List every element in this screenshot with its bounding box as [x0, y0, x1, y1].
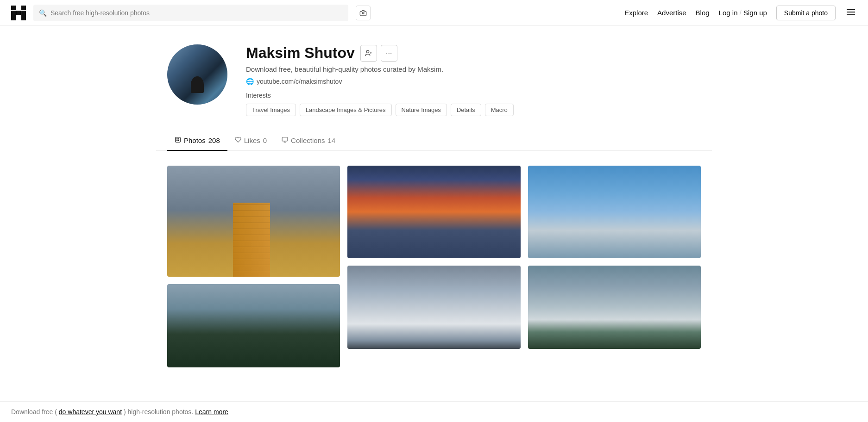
signup-link[interactable]: Sign up [743, 9, 767, 17]
navbar: 🔍 Explore Advertise Blog Log in / Sign u… [0, 0, 868, 26]
globe-icon: 🌐 [246, 78, 254, 85]
profile-url: 🌐 youtube.com/c/maksimshutov [246, 78, 701, 85]
profile-section: Maksim Shutov ··· Download free, beautif… [156, 44, 712, 116]
photo-card-sky[interactable] [528, 166, 701, 258]
profile-info: Maksim Shutov ··· Download free, beautif… [246, 44, 701, 116]
photo-card-clouds[interactable] [347, 266, 520, 349]
grid-col-1 [167, 166, 340, 367]
svg-point-9 [366, 50, 369, 53]
blog-link[interactable]: Blog [696, 9, 710, 17]
advertise-link[interactable]: Advertise [657, 9, 686, 17]
photo-card-misty[interactable] [528, 266, 701, 349]
profile-actions: ··· [360, 45, 397, 62]
photos-tab-label: Photos [184, 137, 206, 144]
photos-tab-count: 208 [208, 137, 220, 144]
photo-card-building[interactable] [167, 166, 340, 277]
svg-rect-15 [176, 140, 177, 141]
svg-rect-17 [282, 137, 288, 141]
interest-tag-landscape[interactable]: Landscape Images & Pictures [300, 104, 392, 116]
search-input[interactable] [50, 9, 343, 17]
grid-col-2 [347, 166, 520, 349]
unsplash-logo[interactable] [11, 6, 26, 20]
profile-name: Maksim Shutov [246, 44, 355, 62]
grid-col-3 [528, 166, 701, 349]
photos-tab-icon [175, 137, 181, 144]
svg-rect-8 [847, 14, 855, 15]
tab-photos[interactable]: Photos 208 [167, 131, 227, 151]
svg-rect-4 [21, 11, 26, 20]
profile-name-row: Maksim Shutov ··· [246, 44, 701, 62]
photo-card-forest[interactable] [167, 284, 340, 367]
avatar-image [167, 44, 227, 105]
login-link[interactable]: Log in [719, 9, 738, 17]
auth-section: Log in / Sign up [719, 9, 767, 17]
collections-tab-icon [282, 137, 288, 144]
likes-tab-icon [235, 137, 241, 144]
search-icon: 🔍 [39, 9, 47, 17]
ellipsis-icon: ··· [386, 49, 392, 57]
svg-rect-6 [847, 9, 855, 10]
svg-rect-3 [11, 11, 16, 20]
svg-rect-16 [178, 140, 179, 141]
likes-tab-label: Likes [244, 137, 260, 144]
svg-rect-14 [178, 138, 179, 139]
collections-tab-label: Collections [291, 137, 325, 144]
nav-links: Explore Advertise Blog Log in / Sign up … [624, 6, 857, 20]
explore-link[interactable]: Explore [624, 9, 648, 17]
collections-tab-count: 14 [327, 137, 335, 144]
svg-rect-1 [16, 11, 21, 15]
auth-divider: / [740, 9, 742, 17]
search-bar[interactable]: 🔍 [33, 5, 348, 21]
follow-button[interactable] [360, 45, 377, 62]
tab-collections[interactable]: Collections 14 [274, 131, 343, 151]
photo-grid-section [156, 166, 712, 367]
interest-tags: Travel Images Landscape Images & Picture… [246, 104, 701, 116]
likes-tab-count: 0 [263, 137, 267, 144]
svg-point-5 [362, 12, 364, 14]
profile-bio: Download free, beautiful high-quality ph… [246, 65, 701, 73]
profile-website-link[interactable]: youtube.com/c/maksimshutov [257, 78, 342, 85]
interest-tag-nature[interactable]: Nature Images [396, 104, 447, 116]
avatar [167, 44, 227, 105]
svg-rect-13 [176, 138, 177, 139]
photo-card-sunset[interactable] [347, 166, 520, 258]
interest-tag-details[interactable]: Details [451, 104, 481, 116]
svg-rect-2 [21, 6, 26, 10]
tab-likes[interactable]: Likes 0 [227, 131, 274, 151]
interest-tag-travel[interactable]: Travel Images [246, 104, 296, 116]
tabs-section: Photos 208 Likes 0 Collections 14 [156, 131, 712, 151]
avatar-wrap [167, 44, 227, 105]
hamburger-menu-button[interactable] [845, 6, 857, 19]
interests-label: Interests [246, 92, 701, 99]
camera-search-button[interactable] [356, 6, 371, 20]
masonry-grid [167, 166, 701, 367]
submit-photo-button[interactable]: Submit a photo [776, 6, 836, 20]
interest-tag-macro[interactable]: Macro [485, 104, 514, 116]
svg-rect-7 [847, 12, 855, 12]
more-actions-button[interactable]: ··· [381, 45, 397, 62]
svg-rect-12 [176, 137, 181, 143]
svg-rect-0 [11, 6, 16, 10]
